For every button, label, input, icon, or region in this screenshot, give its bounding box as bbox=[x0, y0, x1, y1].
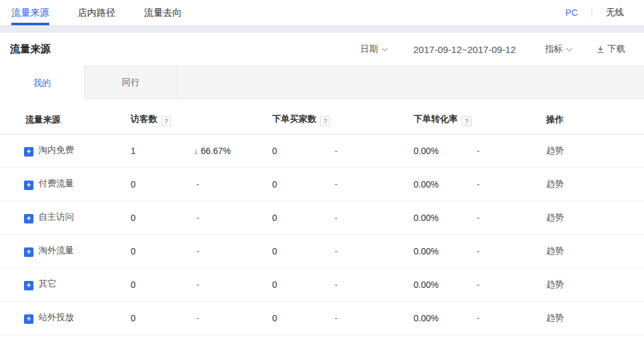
col-header-spacer bbox=[477, 106, 546, 134]
buyers-value: 0 bbox=[272, 301, 335, 335]
nav-tabs: 流量来源 店内路径 流量去向 bbox=[0, 0, 210, 25]
source-label: 其它 bbox=[39, 278, 56, 288]
tab-mine[interactable]: 我的 bbox=[0, 66, 84, 100]
chevron-down-icon bbox=[381, 45, 388, 52]
source-label: 站外投放 bbox=[39, 312, 74, 322]
nav-item-traffic-source[interactable]: 流量来源 bbox=[11, 0, 49, 25]
conversion-value: 0.00% bbox=[414, 201, 477, 234]
visitors-change: 66.67% bbox=[201, 146, 230, 156]
nav-item-traffic-destination[interactable]: 流量去向 bbox=[144, 0, 182, 25]
traffic-table: 流量来源 访客数? 下单买家数? 下单转化率? 操作 +淘内免费 1 ↓66.6… bbox=[0, 106, 644, 335]
visitors-change: - bbox=[196, 280, 200, 290]
table-header-row: 流量来源 访客数? 下单买家数? 下单转化率? 操作 bbox=[0, 106, 644, 134]
col-header-source: 流量来源 bbox=[0, 106, 131, 134]
conversion-change: - bbox=[477, 301, 546, 335]
expand-plus-icon[interactable]: + bbox=[24, 314, 33, 324]
conversion-change: - bbox=[477, 234, 546, 268]
expand-plus-icon[interactable]: + bbox=[24, 181, 33, 190]
device-switcher: PC 无线 bbox=[566, 0, 624, 25]
traffic-table-container: 流量来源 访客数? 下单买家数? 下单转化率? 操作 +淘内免费 1 ↓66.6… bbox=[0, 106, 644, 335]
buyers-change: - bbox=[335, 234, 414, 268]
visitors-value: 0 bbox=[131, 201, 194, 234]
visitors-change: - bbox=[196, 313, 200, 323]
date-dropdown-label: 日期 bbox=[361, 44, 378, 55]
buyers-change: - bbox=[335, 268, 414, 301]
col-header-conversion: 下单转化率? bbox=[414, 106, 477, 134]
buyers-value: 0 bbox=[272, 201, 335, 234]
chevron-down-icon bbox=[566, 45, 573, 52]
buyers-value: 0 bbox=[272, 134, 335, 167]
conversion-value: 0.00% bbox=[414, 134, 477, 167]
trend-link[interactable]: 趋势 bbox=[546, 312, 564, 323]
col-header-buyers-label: 下单买家数 bbox=[272, 114, 316, 124]
device-pc-link[interactable]: PC bbox=[566, 8, 578, 18]
visitors-change: - bbox=[196, 246, 200, 256]
col-header-visitors-label: 访客数 bbox=[131, 114, 157, 124]
device-wireless-link[interactable]: 无线 bbox=[606, 7, 624, 18]
conversion-value: 0.00% bbox=[414, 234, 477, 268]
col-header-buyers: 下单买家数? bbox=[272, 106, 335, 134]
conversion-change: - bbox=[477, 134, 546, 167]
visitors-value: 0 bbox=[131, 268, 194, 301]
buyers-change: - bbox=[335, 201, 414, 234]
col-header-spacer bbox=[194, 106, 272, 134]
conversion-value: 0.00% bbox=[414, 301, 477, 335]
help-icon[interactable]: ? bbox=[320, 116, 330, 126]
divider bbox=[592, 8, 592, 17]
col-header-spacer bbox=[335, 106, 414, 134]
metrics-dropdown-label: 指标 bbox=[545, 44, 563, 55]
header-controls: 日期 2017-09-12~2017-09-12 指标 下载 bbox=[361, 44, 625, 55]
table-row: +淘内免费 1 ↓66.67% 0 - 0.00% - 趋势 bbox=[0, 134, 644, 167]
page-title: 流量来源 bbox=[10, 43, 51, 56]
trend-link[interactable]: 趋势 bbox=[546, 179, 564, 189]
visitors-value: 1 bbox=[131, 134, 194, 167]
buyers-value: 0 bbox=[272, 234, 335, 268]
buyers-value: 0 bbox=[272, 167, 335, 201]
visitors-change: - bbox=[196, 213, 200, 223]
buyers-change: - bbox=[335, 167, 414, 201]
buyers-change: - bbox=[335, 301, 414, 335]
section-header: 流量来源 日期 2017-09-12~2017-09-12 指标 下载 bbox=[0, 33, 644, 66]
trend-link[interactable]: 趋势 bbox=[546, 145, 564, 155]
conversion-value: 0.00% bbox=[414, 167, 477, 201]
trend-link[interactable]: 趋势 bbox=[546, 212, 564, 222]
visitors-change: - bbox=[196, 179, 200, 189]
source-label: 付费流量 bbox=[39, 178, 74, 188]
date-dropdown[interactable]: 日期 bbox=[361, 44, 387, 55]
conversion-value: 0.00% bbox=[414, 268, 477, 301]
table-row: +淘外流量 0 - 0 - 0.00% - 趋势 bbox=[0, 234, 644, 268]
col-header-conversion-label: 下单转化率 bbox=[414, 114, 458, 124]
trend-link[interactable]: 趋势 bbox=[546, 279, 564, 289]
download-label: 下载 bbox=[607, 44, 625, 55]
nav-item-instore-path[interactable]: 店内路径 bbox=[78, 0, 116, 25]
metrics-dropdown[interactable]: 指标 bbox=[545, 44, 571, 55]
buyers-change: - bbox=[335, 134, 414, 167]
conversion-change: - bbox=[477, 201, 546, 234]
help-icon[interactable]: ? bbox=[462, 116, 472, 126]
table-row: +其它 0 - 0 - 0.00% - 趋势 bbox=[0, 268, 644, 301]
col-header-visitors: 访客数? bbox=[131, 106, 194, 134]
expand-plus-icon[interactable]: + bbox=[24, 214, 33, 223]
download-button[interactable]: 下载 bbox=[597, 44, 625, 55]
visitors-value: 0 bbox=[131, 301, 194, 335]
source-label: 淘内免费 bbox=[39, 145, 74, 155]
date-range-value[interactable]: 2017-09-12~2017-09-12 bbox=[414, 44, 516, 55]
col-header-action: 操作 bbox=[546, 106, 644, 134]
down-arrow-icon: ↓ bbox=[194, 146, 198, 156]
table-row: +付费流量 0 - 0 - 0.00% - 趋势 bbox=[0, 167, 644, 201]
source-label: 自主访问 bbox=[39, 211, 74, 222]
table-row: +站外投放 0 - 0 - 0.00% - 趋势 bbox=[0, 301, 644, 335]
trend-link[interactable]: 趋势 bbox=[546, 246, 564, 256]
help-icon[interactable]: ? bbox=[161, 116, 171, 126]
buyers-value: 0 bbox=[272, 268, 335, 301]
download-icon bbox=[597, 45, 604, 54]
table-row: +自主访问 0 - 0 - 0.00% - 趋势 bbox=[0, 201, 644, 234]
divider-band bbox=[0, 25, 644, 33]
expand-plus-icon[interactable]: + bbox=[24, 147, 33, 157]
view-tabstrip: 我的 同行 bbox=[0, 66, 644, 99]
expand-plus-icon[interactable]: + bbox=[24, 281, 33, 290]
visitors-value: 0 bbox=[131, 234, 194, 268]
expand-plus-icon[interactable]: + bbox=[24, 247, 33, 257]
conversion-change: - bbox=[477, 268, 546, 301]
tab-peers[interactable]: 同行 bbox=[84, 66, 177, 98]
